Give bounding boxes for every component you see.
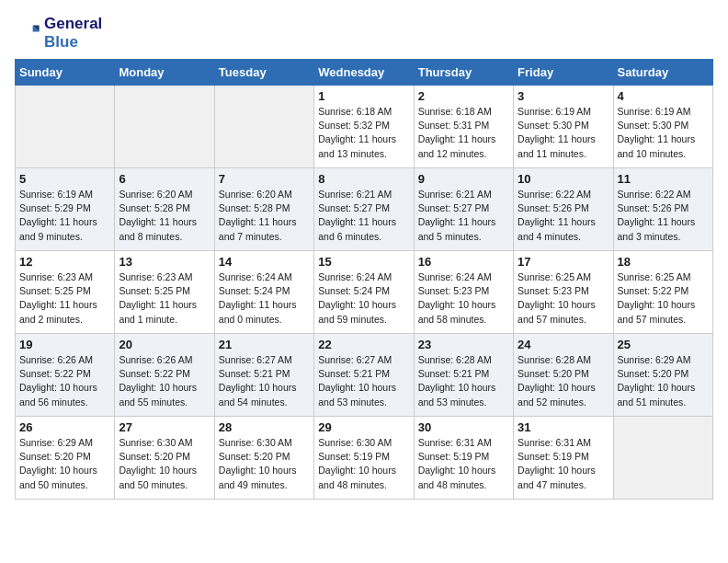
day-info: Sunrise: 6:29 AM Sunset: 5:20 PM Dayligh… [618, 353, 709, 409]
day-number: 4 [618, 89, 709, 103]
day-info: Sunrise: 6:21 AM Sunset: 5:27 PM Dayligh… [318, 188, 409, 244]
day-number: 27 [119, 420, 210, 434]
day-number: 8 [318, 172, 409, 186]
calendar-cell: 27Sunrise: 6:30 AM Sunset: 5:20 PM Dayli… [115, 417, 214, 500]
day-info: Sunrise: 6:31 AM Sunset: 5:19 PM Dayligh… [518, 436, 609, 492]
calendar-cell: 28Sunrise: 6:30 AM Sunset: 5:20 PM Dayli… [214, 417, 313, 500]
calendar-cell: 6Sunrise: 6:20 AM Sunset: 5:28 PM Daylig… [115, 168, 214, 251]
day-info: Sunrise: 6:27 AM Sunset: 5:21 PM Dayligh… [219, 353, 310, 409]
calendar-cell: 18Sunrise: 6:25 AM Sunset: 5:22 PM Dayli… [613, 251, 712, 334]
day-info: Sunrise: 6:19 AM Sunset: 5:30 PM Dayligh… [518, 105, 609, 161]
header-row: SundayMondayTuesdayWednesdayThursdayFrid… [16, 60, 713, 86]
day-number: 6 [119, 172, 210, 186]
calendar-cell [613, 417, 712, 500]
calendar-cell: 15Sunrise: 6:24 AM Sunset: 5:24 PM Dayli… [314, 251, 414, 334]
day-info: Sunrise: 6:24 AM Sunset: 5:24 PM Dayligh… [318, 270, 409, 327]
calendar-week: 26Sunrise: 6:29 AM Sunset: 5:20 PM Dayli… [16, 417, 713, 500]
page-header: General Blue [15, 15, 713, 52]
day-number: 16 [418, 255, 509, 269]
weekday-header: Monday [115, 60, 214, 86]
day-number: 1 [318, 89, 409, 103]
weekday-header: Wednesday [314, 60, 414, 86]
day-info: Sunrise: 6:24 AM Sunset: 5:24 PM Dayligh… [219, 270, 310, 327]
day-number: 5 [19, 172, 110, 186]
day-number: 21 [219, 338, 310, 351]
calendar-cell: 29Sunrise: 6:30 AM Sunset: 5:19 PM Dayli… [314, 417, 414, 500]
day-info: Sunrise: 6:31 AM Sunset: 5:19 PM Dayligh… [418, 436, 509, 492]
svg-rect-0 [15, 20, 40, 46]
day-number: 18 [618, 255, 709, 269]
day-number: 30 [418, 420, 509, 434]
day-info: Sunrise: 6:27 AM Sunset: 5:21 PM Dayligh… [318, 353, 409, 409]
day-info: Sunrise: 6:28 AM Sunset: 5:20 PM Dayligh… [518, 353, 609, 409]
weekday-header: Tuesday [214, 60, 313, 86]
day-number: 10 [518, 172, 609, 186]
calendar-cell: 30Sunrise: 6:31 AM Sunset: 5:19 PM Dayli… [414, 417, 513, 500]
calendar-cell: 11Sunrise: 6:22 AM Sunset: 5:26 PM Dayli… [613, 168, 712, 251]
calendar-cell: 24Sunrise: 6:28 AM Sunset: 5:20 PM Dayli… [514, 334, 613, 417]
calendar-cell [16, 86, 115, 168]
day-info: Sunrise: 6:22 AM Sunset: 5:26 PM Dayligh… [518, 188, 609, 244]
calendar-cell: 2Sunrise: 6:18 AM Sunset: 5:31 PM Daylig… [414, 86, 513, 168]
calendar-cell: 7Sunrise: 6:20 AM Sunset: 5:28 PM Daylig… [214, 168, 313, 251]
day-info: Sunrise: 6:24 AM Sunset: 5:23 PM Dayligh… [418, 270, 509, 327]
calendar-cell [115, 86, 214, 168]
calendar-cell: 1Sunrise: 6:18 AM Sunset: 5:32 PM Daylig… [314, 86, 414, 168]
calendar-week: 19Sunrise: 6:26 AM Sunset: 5:22 PM Dayli… [16, 334, 713, 417]
calendar-cell: 10Sunrise: 6:22 AM Sunset: 5:26 PM Dayli… [514, 168, 613, 251]
calendar-cell: 5Sunrise: 6:19 AM Sunset: 5:29 PM Daylig… [16, 168, 115, 251]
day-info: Sunrise: 6:21 AM Sunset: 5:27 PM Dayligh… [418, 188, 509, 244]
day-number: 24 [518, 338, 609, 351]
day-number: 17 [518, 255, 609, 269]
day-info: Sunrise: 6:26 AM Sunset: 5:22 PM Dayligh… [119, 353, 210, 409]
calendar-cell: 9Sunrise: 6:21 AM Sunset: 5:27 PM Daylig… [414, 168, 513, 251]
calendar-cell: 23Sunrise: 6:28 AM Sunset: 5:21 PM Dayli… [414, 334, 513, 417]
day-info: Sunrise: 6:25 AM Sunset: 5:23 PM Dayligh… [518, 270, 609, 327]
calendar-cell: 4Sunrise: 6:19 AM Sunset: 5:30 PM Daylig… [613, 86, 712, 168]
day-number: 9 [418, 172, 509, 186]
day-number: 13 [119, 255, 210, 269]
calendar-cell: 14Sunrise: 6:24 AM Sunset: 5:24 PM Dayli… [214, 251, 313, 334]
day-info: Sunrise: 6:19 AM Sunset: 5:30 PM Dayligh… [618, 105, 709, 161]
calendar-cell [214, 86, 313, 168]
day-info: Sunrise: 6:30 AM Sunset: 5:20 PM Dayligh… [219, 436, 310, 492]
day-info: Sunrise: 6:20 AM Sunset: 5:28 PM Dayligh… [119, 188, 210, 244]
calendar-cell: 31Sunrise: 6:31 AM Sunset: 5:19 PM Dayli… [514, 417, 613, 500]
weekday-header: Friday [514, 60, 613, 86]
day-info: Sunrise: 6:23 AM Sunset: 5:25 PM Dayligh… [19, 270, 110, 327]
calendar-cell: 13Sunrise: 6:23 AM Sunset: 5:25 PM Dayli… [115, 251, 214, 334]
day-info: Sunrise: 6:25 AM Sunset: 5:22 PM Dayligh… [618, 270, 709, 327]
day-info: Sunrise: 6:29 AM Sunset: 5:20 PM Dayligh… [19, 436, 110, 492]
calendar-cell: 20Sunrise: 6:26 AM Sunset: 5:22 PM Dayli… [115, 334, 214, 417]
day-info: Sunrise: 6:19 AM Sunset: 5:29 PM Dayligh… [19, 188, 110, 244]
day-info: Sunrise: 6:23 AM Sunset: 5:25 PM Dayligh… [119, 270, 210, 327]
day-number: 20 [119, 338, 210, 351]
day-number: 7 [219, 172, 310, 186]
day-number: 22 [318, 338, 409, 351]
weekday-header: Saturday [613, 60, 712, 86]
day-info: Sunrise: 6:28 AM Sunset: 5:21 PM Dayligh… [418, 353, 509, 409]
day-info: Sunrise: 6:26 AM Sunset: 5:22 PM Dayligh… [19, 353, 110, 409]
calendar-cell: 21Sunrise: 6:27 AM Sunset: 5:21 PM Dayli… [214, 334, 313, 417]
day-number: 19 [19, 338, 110, 351]
calendar-cell: 8Sunrise: 6:21 AM Sunset: 5:27 PM Daylig… [314, 168, 414, 251]
calendar-cell: 19Sunrise: 6:26 AM Sunset: 5:22 PM Dayli… [16, 334, 115, 417]
logo-text: General Blue [44, 15, 102, 52]
day-number: 25 [618, 338, 709, 351]
calendar-cell: 25Sunrise: 6:29 AM Sunset: 5:20 PM Dayli… [613, 334, 712, 417]
calendar-cell: 26Sunrise: 6:29 AM Sunset: 5:20 PM Dayli… [16, 417, 115, 500]
logo: General Blue [15, 15, 102, 52]
day-info: Sunrise: 6:30 AM Sunset: 5:19 PM Dayligh… [318, 436, 409, 492]
day-number: 31 [518, 420, 609, 434]
day-number: 2 [418, 89, 509, 103]
day-info: Sunrise: 6:18 AM Sunset: 5:31 PM Dayligh… [418, 105, 509, 161]
calendar-cell: 17Sunrise: 6:25 AM Sunset: 5:23 PM Dayli… [514, 251, 613, 334]
calendar-table: SundayMondayTuesdayWednesdayThursdayFrid… [15, 59, 713, 500]
calendar-cell: 12Sunrise: 6:23 AM Sunset: 5:25 PM Dayli… [16, 251, 115, 334]
day-number: 23 [418, 338, 509, 351]
day-info: Sunrise: 6:18 AM Sunset: 5:32 PM Dayligh… [318, 105, 409, 161]
calendar-week: 12Sunrise: 6:23 AM Sunset: 5:25 PM Dayli… [16, 251, 713, 334]
day-number: 14 [219, 255, 310, 269]
day-number: 12 [19, 255, 110, 269]
day-number: 28 [219, 420, 310, 434]
